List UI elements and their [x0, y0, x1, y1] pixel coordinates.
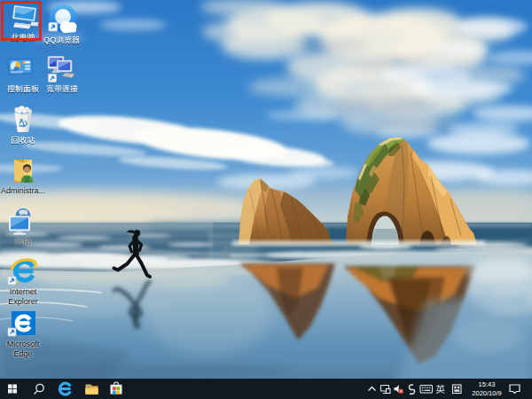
- svg-text:QQ: QQ: [43, 35, 56, 44]
